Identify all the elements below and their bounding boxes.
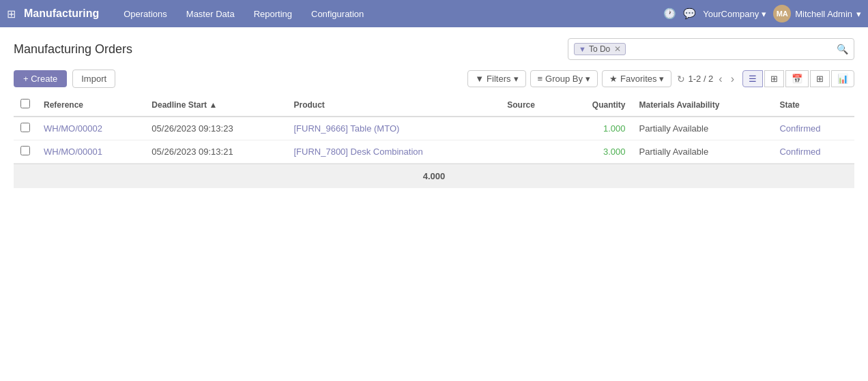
col-deadline-start[interactable]: Deadline Start ▲ [145,93,287,117]
favorites-btn[interactable]: ★ Favorites ▾ [602,70,671,87]
col-quantity[interactable]: Quantity [562,93,633,117]
row-reference[interactable]: WH/MO/00002 [37,117,145,140]
select-all-col [14,93,37,117]
topbar-right: 🕐 💬 YourCompany ▾ MA Mitchell Admin ▾ [663,5,861,22]
col-source[interactable]: Source [500,93,562,117]
filters-chevron-icon: ▾ [514,74,519,84]
favorites-label: Favorites [620,74,656,84]
company-selector[interactable]: YourCompany ▾ [703,9,766,19]
user-name: Mitchell Admin [795,9,852,19]
row-quantity: 3.000 [562,140,633,164]
pager: ↻ 1-2 / 2 ‹ › [677,72,737,87]
search-area: ▼ To Do ✕ 🔍 [568,38,854,60]
filter-group: ▼ Filters ▾ ≡ Group By ▾ ★ Favorites ▾ [467,70,671,87]
row-product[interactable]: [FURN_7800] Desk Combination [287,140,500,164]
row-deadline-start: 05/26/2023 09:13:23 [145,117,287,140]
filters-label: Filters [487,74,510,84]
user-chevron-icon: ▾ [856,9,861,19]
remove-filter-tag-btn[interactable]: ✕ [614,44,621,54]
list-view-btn[interactable]: ☰ [742,70,763,87]
graph-view-btn[interactable]: 📊 [831,70,854,87]
nav-configuration[interactable]: Configuration [303,6,372,22]
app-title: Manufacturing [24,7,99,20]
row-state: Confirmed [772,140,854,164]
company-chevron-icon: ▾ [762,9,766,19]
total-row: 4.000 [14,164,854,188]
nav-links: Operations Master Data Reporting Configu… [115,6,663,22]
pager-text: 1-2 / 2 [688,74,713,84]
top-nav: ⊞ Manufacturing Operations Master Data R… [0,0,868,27]
filter-tag-label: To Do [589,44,610,54]
filter-funnel-icon: ▼ [579,45,586,53]
row-source [500,140,562,164]
filters-btn[interactable]: ▼ Filters ▾ [467,70,525,87]
search-input[interactable] [630,44,833,55]
group-by-chevron-icon: ▾ [585,74,590,84]
action-bar: + Create Import ▼ Filters ▾ ≡ Group By ▾… [14,70,854,88]
refresh-btn[interactable]: ↻ [677,74,685,85]
data-table: Reference Deadline Start ▲ Product Sourc… [14,93,854,164]
app-grid-icon[interactable]: ⊞ [7,7,16,20]
row-checkbox-cell [14,117,37,140]
total-value: 4.000 [423,171,446,181]
nav-reporting[interactable]: Reporting [246,6,300,22]
col-materials-availability[interactable]: Materials Availability [633,93,773,117]
table-row: WH/MO/00002 05/26/2023 09:13:23 [FURN_96… [14,117,854,140]
star-icon: ★ [609,74,618,84]
row-materials-availability: Partially Available [633,117,773,140]
favorites-chevron-icon: ▾ [659,74,664,84]
chat-icon[interactable]: 💬 [683,7,696,20]
create-button[interactable]: + Create [14,70,67,87]
row-checkbox-0[interactable] [20,123,30,132]
table-row: WH/MO/00001 05/26/2023 09:13:21 [FURN_78… [14,140,854,164]
row-quantity: 1.000 [562,117,633,140]
group-by-label: Group By [545,74,583,84]
row-state: Confirmed [772,117,854,140]
clock-icon[interactable]: 🕐 [663,7,676,20]
row-deadline-start: 05/26/2023 09:13:21 [145,140,287,164]
row-checkbox-1[interactable] [20,146,30,155]
row-checkbox-cell [14,140,37,164]
calendar-view-btn[interactable]: 📅 [785,70,809,87]
col-state[interactable]: State [772,93,854,117]
select-all-checkbox[interactable] [20,99,30,108]
col-product[interactable]: Product [287,93,500,117]
group-by-btn[interactable]: ≡ Group By ▾ [530,70,598,87]
search-icon[interactable]: 🔍 [837,44,848,55]
pager-prev-btn[interactable]: ‹ [716,72,725,87]
pager-next-btn[interactable]: › [728,72,737,87]
page-header: Manufacturing Orders ▼ To Do ✕ 🔍 [14,38,854,60]
page-content: Manufacturing Orders ▼ To Do ✕ 🔍 + Creat… [0,27,868,199]
row-source [500,117,562,140]
table-header-row: Reference Deadline Start ▲ Product Sourc… [14,93,854,117]
filter-tag-todo: ▼ To Do ✕ [574,43,626,55]
kanban-view-btn[interactable]: ⊞ [764,70,784,87]
user-selector[interactable]: MA Mitchell Admin ▾ [773,5,861,22]
company-name: YourCompany [703,9,759,19]
group-by-icon: ≡ [538,74,543,84]
row-reference[interactable]: WH/MO/00001 [37,140,145,164]
user-avatar: MA [773,5,791,22]
pivot-view-btn[interactable]: ⊞ [810,70,830,87]
row-product[interactable]: [FURN_9666] Table (MTO) [287,117,500,140]
col-reference[interactable]: Reference [37,93,145,117]
filter-icon: ▼ [475,74,484,84]
nav-master-data[interactable]: Master Data [178,6,243,22]
view-buttons: ☰ ⊞ 📅 ⊞ 📊 [742,70,854,87]
page-title: Manufacturing Orders [14,42,132,57]
row-materials-availability: Partially Available [633,140,773,164]
import-button[interactable]: Import [72,70,115,88]
sort-asc-icon: ▲ [209,100,217,110]
nav-operations[interactable]: Operations [115,6,175,22]
